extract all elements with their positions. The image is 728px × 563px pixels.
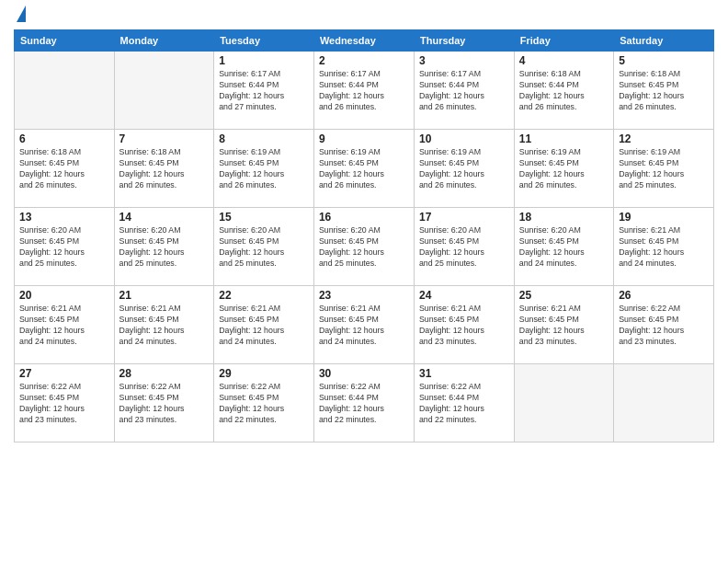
calendar-cell: 2Sunrise: 6:17 AMSunset: 6:44 PMDaylight… <box>313 52 414 130</box>
day-detail: Sunrise: 6:21 AMSunset: 6:45 PMDaylight:… <box>219 304 309 348</box>
day-number: 25 <box>519 289 609 302</box>
day-detail: Sunrise: 6:22 AMSunset: 6:44 PMDaylight:… <box>419 382 509 426</box>
day-number: 17 <box>419 211 509 224</box>
calendar-cell: 6Sunrise: 6:18 AMSunset: 6:45 PMDaylight… <box>15 130 115 208</box>
day-detail: Sunrise: 6:19 AMSunset: 6:45 PMDaylight:… <box>619 147 709 191</box>
calendar-cell: 15Sunrise: 6:20 AMSunset: 6:45 PMDayligh… <box>214 208 314 286</box>
calendar-cell: 25Sunrise: 6:21 AMSunset: 6:45 PMDayligh… <box>514 286 613 364</box>
calendar-cell: 8Sunrise: 6:19 AMSunset: 6:45 PMDaylight… <box>214 130 314 208</box>
day-number: 22 <box>219 289 309 302</box>
calendar-week-0: 1Sunrise: 6:17 AMSunset: 6:44 PMDaylight… <box>15 52 714 130</box>
day-detail: Sunrise: 6:21 AMSunset: 6:45 PMDaylight:… <box>519 304 609 348</box>
day-number: 18 <box>519 211 609 224</box>
calendar-cell: 18Sunrise: 6:20 AMSunset: 6:45 PMDayligh… <box>514 208 613 286</box>
day-number: 21 <box>119 289 210 302</box>
day-number: 26 <box>619 289 709 302</box>
calendar-week-2: 13Sunrise: 6:20 AMSunset: 6:45 PMDayligh… <box>15 208 714 286</box>
calendar-cell: 23Sunrise: 6:21 AMSunset: 6:45 PMDayligh… <box>313 286 414 364</box>
day-number: 14 <box>119 211 210 224</box>
day-number: 15 <box>219 211 309 224</box>
day-detail: Sunrise: 6:20 AMSunset: 6:45 PMDaylight:… <box>319 225 409 270</box>
col-header-saturday: Saturday <box>614 30 714 52</box>
day-detail: Sunrise: 6:20 AMSunset: 6:45 PMDaylight:… <box>419 225 509 270</box>
day-number: 5 <box>619 54 709 67</box>
calendar-week-3: 20Sunrise: 6:21 AMSunset: 6:45 PMDayligh… <box>15 286 714 364</box>
calendar-cell: 24Sunrise: 6:21 AMSunset: 6:45 PMDayligh… <box>414 286 514 364</box>
day-detail: Sunrise: 6:19 AMSunset: 6:45 PMDaylight:… <box>519 147 609 191</box>
day-number: 28 <box>119 367 210 380</box>
day-detail: Sunrise: 6:21 AMSunset: 6:45 PMDaylight:… <box>119 304 210 348</box>
day-detail: Sunrise: 6:18 AMSunset: 6:45 PMDaylight:… <box>19 147 109 191</box>
day-number: 13 <box>19 211 109 224</box>
calendar-cell: 9Sunrise: 6:19 AMSunset: 6:45 PMDaylight… <box>313 130 414 208</box>
calendar-cell: 12Sunrise: 6:19 AMSunset: 6:45 PMDayligh… <box>614 130 714 208</box>
calendar-cell: 10Sunrise: 6:19 AMSunset: 6:45 PMDayligh… <box>414 130 514 208</box>
day-number: 27 <box>19 367 109 380</box>
calendar-cell: 17Sunrise: 6:20 AMSunset: 6:45 PMDayligh… <box>414 208 514 286</box>
col-header-thursday: Thursday <box>414 30 514 52</box>
calendar-week-4: 27Sunrise: 6:22 AMSunset: 6:45 PMDayligh… <box>15 364 714 442</box>
day-number: 10 <box>419 132 509 145</box>
calendar-cell <box>114 52 214 130</box>
day-detail: Sunrise: 6:22 AMSunset: 6:45 PMDaylight:… <box>619 304 709 348</box>
calendar-cell: 14Sunrise: 6:20 AMSunset: 6:45 PMDayligh… <box>114 208 214 286</box>
day-detail: Sunrise: 6:22 AMSunset: 6:45 PMDaylight:… <box>119 382 210 426</box>
day-detail: Sunrise: 6:19 AMSunset: 6:45 PMDaylight:… <box>319 147 409 191</box>
day-number: 6 <box>19 132 109 145</box>
col-header-sunday: Sunday <box>15 30 115 52</box>
calendar-header-row: SundayMondayTuesdayWednesdayThursdayFrid… <box>15 30 714 52</box>
logo <box>14 9 26 22</box>
calendar-cell: 22Sunrise: 6:21 AMSunset: 6:45 PMDayligh… <box>214 286 314 364</box>
day-detail: Sunrise: 6:17 AMSunset: 6:44 PMDaylight:… <box>319 69 409 113</box>
day-number: 23 <box>319 289 409 302</box>
calendar-cell: 31Sunrise: 6:22 AMSunset: 6:44 PMDayligh… <box>414 364 514 442</box>
day-detail: Sunrise: 6:17 AMSunset: 6:44 PMDaylight:… <box>419 69 509 113</box>
page: SundayMondayTuesdayWednesdayThursdayFrid… <box>0 0 728 563</box>
col-header-monday: Monday <box>114 30 214 52</box>
calendar-cell: 11Sunrise: 6:19 AMSunset: 6:45 PMDayligh… <box>514 130 613 208</box>
calendar-cell: 28Sunrise: 6:22 AMSunset: 6:45 PMDayligh… <box>114 364 214 442</box>
day-detail: Sunrise: 6:20 AMSunset: 6:45 PMDaylight:… <box>19 225 109 270</box>
calendar-cell: 30Sunrise: 6:22 AMSunset: 6:44 PMDayligh… <box>313 364 414 442</box>
calendar-cell: 1Sunrise: 6:17 AMSunset: 6:44 PMDaylight… <box>214 52 314 130</box>
calendar-cell: 7Sunrise: 6:18 AMSunset: 6:45 PMDaylight… <box>114 130 214 208</box>
calendar-cell: 4Sunrise: 6:18 AMSunset: 6:44 PMDaylight… <box>514 52 613 130</box>
day-detail: Sunrise: 6:22 AMSunset: 6:45 PMDaylight:… <box>219 382 309 426</box>
day-number: 24 <box>419 289 509 302</box>
day-detail: Sunrise: 6:22 AMSunset: 6:44 PMDaylight:… <box>319 382 409 426</box>
header <box>14 9 714 22</box>
day-detail: Sunrise: 6:19 AMSunset: 6:45 PMDaylight:… <box>419 147 509 191</box>
day-number: 20 <box>19 289 109 302</box>
col-header-tuesday: Tuesday <box>214 30 314 52</box>
day-number: 7 <box>119 132 210 145</box>
calendar-cell: 20Sunrise: 6:21 AMSunset: 6:45 PMDayligh… <box>15 286 115 364</box>
calendar-cell: 21Sunrise: 6:21 AMSunset: 6:45 PMDayligh… <box>114 286 214 364</box>
day-number: 4 <box>519 54 609 67</box>
day-detail: Sunrise: 6:21 AMSunset: 6:45 PMDaylight:… <box>419 304 509 348</box>
day-detail: Sunrise: 6:21 AMSunset: 6:45 PMDaylight:… <box>319 304 409 348</box>
day-number: 1 <box>219 54 309 67</box>
col-header-friday: Friday <box>514 30 613 52</box>
calendar-cell: 19Sunrise: 6:21 AMSunset: 6:45 PMDayligh… <box>614 208 714 286</box>
day-detail: Sunrise: 6:18 AMSunset: 6:45 PMDaylight:… <box>119 147 210 191</box>
day-number: 16 <box>319 211 409 224</box>
col-header-wednesday: Wednesday <box>313 30 414 52</box>
calendar-cell: 27Sunrise: 6:22 AMSunset: 6:45 PMDayligh… <box>15 364 115 442</box>
calendar-cell: 29Sunrise: 6:22 AMSunset: 6:45 PMDayligh… <box>214 364 314 442</box>
day-detail: Sunrise: 6:22 AMSunset: 6:45 PMDaylight:… <box>19 382 109 426</box>
day-number: 30 <box>319 367 409 380</box>
calendar-cell: 13Sunrise: 6:20 AMSunset: 6:45 PMDayligh… <box>15 208 115 286</box>
day-detail: Sunrise: 6:20 AMSunset: 6:45 PMDaylight:… <box>119 225 210 270</box>
day-number: 11 <box>519 132 609 145</box>
calendar-cell: 3Sunrise: 6:17 AMSunset: 6:44 PMDaylight… <box>414 52 514 130</box>
day-number: 19 <box>619 211 709 224</box>
calendar-table: SundayMondayTuesdayWednesdayThursdayFrid… <box>14 29 714 442</box>
day-detail: Sunrise: 6:17 AMSunset: 6:44 PMDaylight:… <box>219 69 309 113</box>
calendar-cell <box>514 364 613 442</box>
logo-triangle-icon <box>17 6 26 22</box>
day-number: 29 <box>219 367 309 380</box>
calendar-cell <box>614 364 714 442</box>
day-number: 3 <box>419 54 509 67</box>
day-detail: Sunrise: 6:21 AMSunset: 6:45 PMDaylight:… <box>619 225 709 270</box>
calendar-cell: 5Sunrise: 6:18 AMSunset: 6:45 PMDaylight… <box>614 52 714 130</box>
